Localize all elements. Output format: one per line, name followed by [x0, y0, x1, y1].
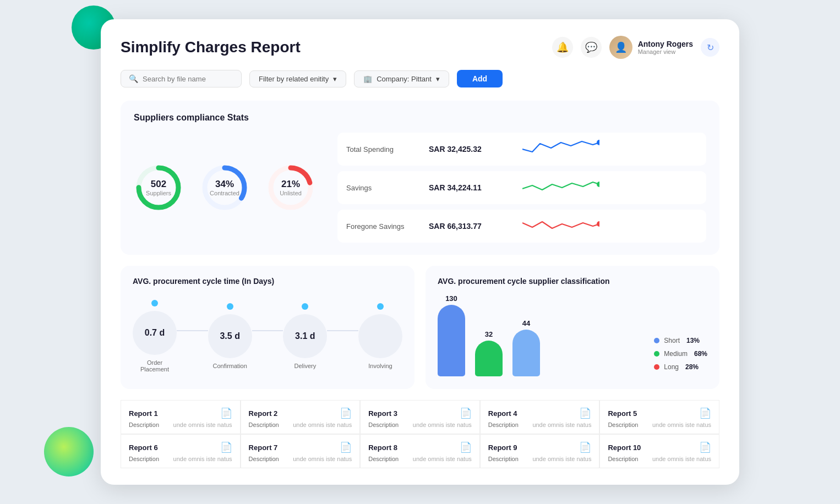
cycle-label-delivery: Delivery	[294, 363, 316, 369]
report-card[interactable]: Report 6 📄 Description unde omnis iste n…	[121, 434, 241, 468]
report-name: Report 4	[488, 409, 517, 418]
bar-chart-card: AVG. procurement cycle supplier classifi…	[426, 266, 719, 389]
report-header: Report 5 📄	[608, 407, 711, 419]
legend-dot-medium	[654, 351, 659, 357]
bar-1	[438, 305, 465, 376]
legend-label-long: Long	[664, 363, 679, 371]
search-box[interactable]: 🔍	[121, 70, 242, 87]
report-desc-text: unde omnis iste natus	[532, 421, 591, 428]
bar-val-3: 44	[522, 319, 530, 327]
metric-foregone-value: SAR 66,313.77	[429, 222, 511, 231]
report-desc-text: unde omnis iste natus	[173, 456, 232, 462]
avatar: 👤	[609, 36, 632, 59]
report-desc-text: unde omnis iste natus	[652, 421, 711, 428]
report-file-icon: 📄	[340, 407, 352, 419]
donut-contracted: 34% Contracted	[200, 163, 249, 212]
bar-chart-bars: 130 32 44	[438, 294, 646, 376]
cycle-circle-delivery: 3.1 d	[283, 314, 327, 358]
report-header: Report 4 📄	[488, 407, 592, 419]
user-role: Manager view	[638, 48, 693, 55]
notification-button[interactable]: 🔔	[552, 37, 573, 58]
report-card[interactable]: Report 8 📄 Description unde omnis iste n…	[360, 434, 480, 468]
report-name: Report 8	[368, 443, 397, 452]
report-desc-label: Description	[129, 421, 159, 428]
donut-contracted-value: 34%	[210, 179, 239, 190]
cycle-dot-order	[151, 300, 158, 306]
report-desc-text: unde omnis iste natus	[293, 421, 352, 428]
header: Simplify Charges Report 🔔 💬 👤 Antony Rog…	[121, 36, 719, 59]
message-button[interactable]: 💬	[581, 37, 602, 58]
report-card[interactable]: Report 1 📄 Description unde omnis iste n…	[121, 400, 241, 434]
metric-spending-chart	[522, 138, 697, 160]
add-button[interactable]: Add	[457, 70, 503, 87]
chevron-down-icon-2: ▾	[436, 75, 440, 83]
report-desc-label: Description	[129, 456, 159, 462]
report-desc-label: Description	[368, 421, 399, 428]
report-desc-row: Description unde omnis iste natus	[488, 421, 592, 428]
page-title: Simplify Charges Report	[121, 39, 301, 56]
search-input[interactable]	[143, 75, 233, 83]
metric-savings-chart	[522, 177, 697, 199]
report-card[interactable]: Report 3 📄 Description unde omnis iste n…	[360, 400, 480, 434]
cycle-node-order: 0.7 d OrderPlacement	[133, 300, 177, 372]
filter-button[interactable]: Filter by related enitity ▾	[249, 70, 346, 87]
stats-section: Suppliers compliance Stats 502 Suppliers	[121, 101, 719, 255]
cycle-chart-card: AVG. procurement cycle time (In Days) 0.…	[121, 266, 414, 389]
cycle-chart-title: AVG. procurement cycle time (In Days)	[133, 277, 402, 286]
donut-suppliers-value: 502	[146, 179, 171, 190]
report-desc-label: Description	[488, 421, 519, 428]
report-card[interactable]: Report 5 📄 Description unde omnis iste n…	[599, 400, 719, 434]
refresh-icon: ↻	[707, 42, 714, 53]
chevron-down-icon: ▾	[333, 75, 337, 83]
report-card[interactable]: Report 4 📄 Description unde omnis iste n…	[480, 400, 600, 434]
report-desc-row: Description unde omnis iste natus	[249, 456, 352, 462]
bar-chart-area: 130 32 44 Short	[438, 294, 707, 376]
report-card[interactable]: Report 2 📄 Description unde omnis iste n…	[241, 400, 361, 434]
report-file-icon: 📄	[220, 407, 232, 419]
decorative-blob-bottom	[44, 427, 94, 476]
report-header: Report 2 📄	[249, 407, 352, 419]
report-header: Report 3 📄	[368, 407, 472, 419]
bar-legend: Short 13% Medium 68% Long 28%	[654, 337, 707, 376]
metric-row-savings: Savings SAR 34,224.11	[337, 171, 706, 204]
user-name: Antony Rogers	[638, 40, 693, 48]
report-name: Report 7	[249, 443, 278, 452]
notification-icon: 🔔	[557, 41, 569, 53]
cycle-connector-2	[252, 330, 283, 331]
donut-suppliers: 502 Suppliers	[134, 163, 183, 212]
refresh-button[interactable]: ↻	[701, 38, 719, 57]
legend-short: Short 13%	[654, 337, 707, 344]
report-desc-row: Description unde omnis iste natus	[129, 456, 232, 462]
cycle-circle-order: 0.7 d	[133, 311, 177, 355]
report-name: Report 6	[129, 443, 158, 452]
cycle-node-involving: Involving	[358, 303, 402, 369]
report-file-icon: 📄	[579, 441, 591, 453]
report-header: Report 7 📄	[249, 441, 352, 453]
cycle-connector-1	[177, 330, 208, 331]
company-selector[interactable]: 🏢 Company: Pittant ▾	[354, 70, 449, 87]
donut-area: 502 Suppliers 34% Contracte	[134, 163, 315, 212]
cycle-nodes: 0.7 d OrderPlacement 3.5 d Confirmation	[133, 294, 402, 378]
cycle-node-delivery: 3.1 d Delivery	[283, 303, 327, 369]
report-desc-text: unde omnis iste natus	[173, 421, 232, 428]
company-icon: 🏢	[363, 75, 372, 83]
metric-savings-name: Savings	[346, 184, 418, 192]
bar-2	[475, 341, 503, 376]
cycle-circle-confirmation: 3.5 d	[208, 314, 252, 358]
report-name: Report 9	[488, 443, 517, 452]
legend-dot-long	[654, 364, 659, 370]
metric-row-spending: Total Spending SAR 32,425.32	[337, 133, 706, 166]
legend-pct-medium: 68%	[694, 350, 707, 358]
report-name: Report 1	[129, 409, 158, 418]
report-desc-row: Description unde omnis iste natus	[129, 421, 232, 428]
report-desc-text: unde omnis iste natus	[293, 456, 352, 462]
report-card[interactable]: Report 7 📄 Description unde omnis iste n…	[241, 434, 361, 468]
cycle-dot-confirmation	[227, 303, 233, 310]
cycle-label-order: OrderPlacement	[140, 359, 169, 372]
report-card[interactable]: Report 9 📄 Description unde omnis iste n…	[480, 434, 600, 468]
report-file-icon: 📄	[579, 407, 591, 419]
bar-col-1: 130	[438, 294, 465, 376]
cycle-label-involving: Involving	[368, 363, 392, 369]
report-card[interactable]: Report 10 📄 Description unde omnis iste …	[599, 434, 719, 468]
report-desc-label: Description	[488, 456, 519, 462]
